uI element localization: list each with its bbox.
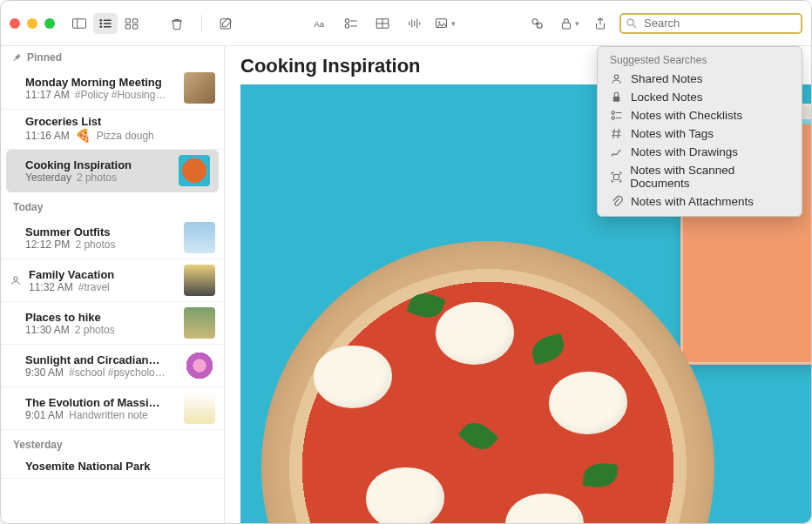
search-icon — [626, 17, 638, 33]
view-switcher — [67, 13, 144, 34]
note-item-meta: #school #psycholo… — [69, 366, 166, 379]
close-window-button[interactable] — [10, 18, 20, 29]
svg-line-33 — [633, 24, 636, 28]
note-item-title: Sunlight and Circadian… — [25, 353, 177, 366]
search-input[interactable] — [619, 13, 802, 34]
note-thumbnail — [184, 72, 215, 104]
note-item-time: 11:17 AM — [25, 89, 70, 101]
note-item-meta: Handwritten note — [69, 409, 148, 421]
note-thumbnail — [179, 155, 210, 186]
svg-rect-0 — [73, 18, 86, 28]
lock-menu-button[interactable]: ▾ — [557, 13, 581, 34]
zoom-window-button[interactable] — [44, 18, 55, 29]
note-item-title: Places to hike — [25, 311, 177, 324]
pinned-section-header: Pinned — [1, 46, 224, 67]
tag-icon — [610, 127, 624, 140]
note-item-title: The Evolution of Massi… — [25, 396, 177, 409]
note-list-item[interactable]: Summer Outfits 12:12 PM2 photos — [1, 217, 224, 259]
suggested-item-label: Notes with Drawings — [631, 145, 738, 158]
note-list-item[interactable]: Places to hike 11:30 AM2 photos — [1, 302, 224, 345]
attachment-icon — [610, 195, 624, 208]
note-item-title: Monday Morning Meeting — [25, 76, 177, 89]
share-button[interactable] — [588, 13, 612, 34]
note-list-item[interactable]: The Evolution of Massi… 9:01 AMHandwritt… — [1, 387, 224, 430]
note-item-title: Cooking Inspiration — [25, 158, 172, 171]
note-item-meta: #travel — [78, 281, 110, 293]
svg-text:Aa: Aa — [314, 18, 325, 28]
svg-rect-8 — [125, 18, 130, 23]
note-thumbnail — [184, 393, 215, 424]
pizza-icon: 🍕 — [75, 128, 91, 144]
notes-list-sidebar: Pinned Monday Morning Meeting 11:17 AM#P… — [1, 46, 225, 523]
svg-point-37 — [612, 111, 614, 114]
svg-point-32 — [627, 19, 633, 25]
media-menu-button[interactable]: ▾ — [433, 13, 457, 34]
note-item-meta: 2 photos — [77, 171, 117, 184]
list-view-button[interactable] — [93, 13, 118, 34]
new-note-button[interactable] — [214, 13, 239, 34]
note-list-item[interactable]: Yosemite National Park — [1, 454, 224, 479]
pinned-label: Pinned — [27, 51, 62, 64]
suggested-search-checklists[interactable]: Notes with Checklists — [601, 106, 798, 124]
note-item-time: 9:30 AM — [25, 366, 64, 379]
svg-rect-7 — [104, 26, 112, 28]
table-button[interactable] — [370, 13, 395, 34]
note-item-title: Summer Outfits — [25, 225, 177, 238]
note-list-item[interactable]: Groceries List 11:16 AM🍕Pizza dough — [1, 110, 224, 150]
suggested-item-label: Notes with Attachments — [631, 195, 754, 208]
svg-point-17 — [345, 24, 349, 28]
note-item-time: 11:30 AM — [25, 324, 70, 336]
shared-icon — [610, 72, 624, 85]
toolbar-divider — [201, 15, 202, 32]
suggested-search-drawings[interactable]: Notes with Drawings — [601, 143, 798, 161]
suggested-item-label: Locked Notes — [631, 91, 703, 104]
checklist-icon — [610, 109, 624, 122]
note-item-meta: 2 photos — [75, 324, 115, 336]
note-item-time: 12:12 PM — [25, 238, 70, 251]
svg-point-6 — [99, 25, 102, 28]
pizza — [261, 241, 714, 523]
note-list-item[interactable]: Sunlight and Circadian… 9:30 AM#school #… — [1, 345, 224, 387]
note-list-item[interactable]: Family Vacation 11:32 AM#travel — [1, 259, 224, 302]
window-controls — [10, 18, 55, 29]
delete-note-button[interactable] — [165, 13, 189, 34]
note-thumbnail — [184, 350, 215, 381]
note-thumbnail — [184, 222, 215, 253]
svg-point-28 — [438, 21, 440, 23]
suggested-search-scanned[interactable]: Notes with Scanned Documents — [601, 161, 798, 192]
app-window: Aa ▾ ▾ Pinned Monday Morning Meeting 11:… — [0, 0, 812, 524]
suggested-item-label: Notes with Checklists — [631, 109, 742, 122]
lock-icon — [610, 91, 624, 104]
suggested-item-label: Notes with Scanned Documents — [630, 164, 789, 190]
svg-point-35 — [614, 75, 619, 79]
suggested-search-locked-notes[interactable]: Locked Notes — [601, 88, 798, 106]
svg-rect-11 — [133, 24, 138, 29]
note-thumbnail — [184, 265, 215, 296]
svg-point-2 — [99, 18, 102, 21]
svg-point-15 — [345, 18, 349, 23]
toggle-sidebar-button[interactable] — [67, 13, 91, 34]
svg-rect-9 — [133, 18, 138, 23]
checklist-button[interactable] — [339, 13, 363, 34]
suggested-search-tags[interactable]: Notes with Tags — [601, 124, 798, 143]
today-section-header: Today — [1, 192, 224, 217]
suggested-search-shared-notes[interactable]: Shared Notes — [601, 70, 798, 88]
format-button[interactable]: Aa — [308, 13, 332, 34]
minimize-window-button[interactable] — [27, 18, 37, 29]
note-item-time: Yesterday — [25, 171, 71, 184]
svg-point-4 — [99, 22, 102, 24]
suggested-search-attachments[interactable]: Notes with Attachments — [601, 192, 798, 211]
suggested-searches-panel: Suggested Searches Shared Notes Locked N… — [597, 46, 802, 217]
svg-point-34 — [14, 277, 17, 280]
note-list-item[interactable]: Monday Morning Meeting 11:17 AM#Policy #… — [1, 67, 224, 110]
note-item-time: 11:32 AM — [29, 281, 73, 293]
note-list-item-selected[interactable]: Cooking Inspiration Yesterday2 photos — [6, 150, 219, 192]
svg-point-39 — [612, 117, 614, 119]
suggested-searches-header: Suggested Searches — [601, 52, 798, 70]
svg-line-42 — [618, 129, 619, 138]
svg-point-45 — [612, 154, 613, 156]
note-item-meta: Pizza dough — [97, 130, 154, 142]
audio-button[interactable] — [402, 13, 426, 34]
link-note-button[interactable] — [525, 13, 550, 34]
gallery-view-button[interactable] — [119, 13, 144, 34]
